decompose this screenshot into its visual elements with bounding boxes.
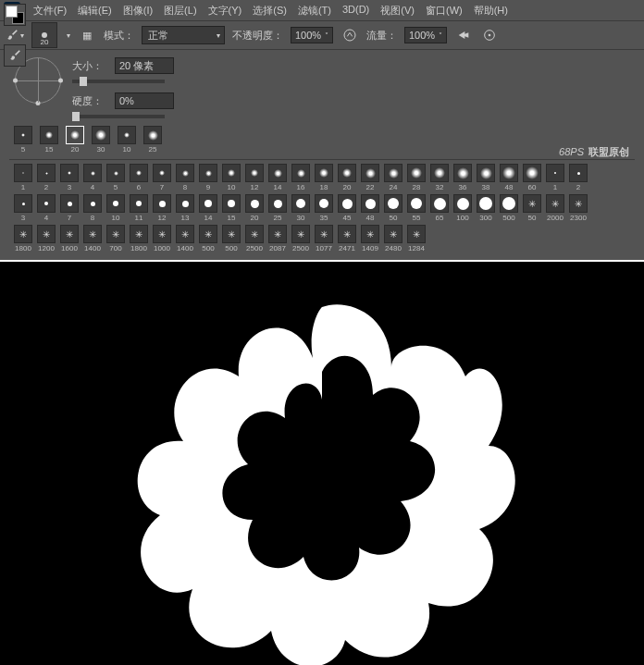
brush-thumb[interactable]: 6 — [129, 164, 149, 191]
brush-thumb[interactable]: 45 — [337, 194, 357, 222]
brush-thumb[interactable]: 14 — [198, 194, 218, 222]
brush-thumb[interactable]: 20 — [244, 194, 265, 222]
brush-thumb[interactable]: 8 — [175, 164, 195, 191]
brush-thumb[interactable]: ✳1400 — [82, 225, 103, 252]
brush-thumb[interactable]: 5 — [105, 164, 126, 191]
brush-thumb[interactable]: ✳1284 — [406, 225, 427, 252]
hardness-input[interactable]: 0% — [115, 92, 174, 109]
brush-thumb[interactable]: ✳700 — [105, 225, 126, 252]
brush-thumb[interactable]: 50 — [383, 194, 403, 222]
brush-thumb[interactable]: 38 — [476, 164, 496, 191]
brush-thumb[interactable]: 100 — [452, 194, 473, 222]
brush-thumb[interactable]: ✳2087 — [267, 225, 288, 252]
brush-thumb[interactable]: 60 — [522, 164, 542, 191]
canvas[interactable] — [0, 262, 644, 665]
brush-thumb[interactable]: ✳1200 — [36, 225, 56, 252]
brush-thumb[interactable]: 9 — [198, 164, 218, 191]
size-input[interactable]: 20 像素 — [115, 57, 174, 74]
brush-thumb[interactable]: 10 — [105, 194, 126, 222]
mode-select[interactable]: 正常 — [142, 26, 225, 44]
brush-thumb[interactable]: ✳1000 — [152, 225, 172, 252]
brush-thumb[interactable]: ✳2500 — [291, 225, 311, 252]
brush-thumb[interactable]: 25 — [267, 194, 288, 222]
brush-thumb[interactable]: 48 — [499, 164, 519, 191]
brush-thumb[interactable]: ✳2300 — [568, 194, 588, 222]
menu-item[interactable]: 滤镜(T) — [292, 2, 337, 19]
brush-thumb[interactable]: 30 — [91, 126, 111, 154]
brush-thumb[interactable]: 8 — [82, 194, 103, 222]
brush-thumb[interactable]: 12 — [244, 164, 265, 191]
brush-thumb[interactable]: 48 — [360, 194, 380, 222]
brush-thumb[interactable]: 10 — [117, 126, 137, 154]
brush-thumb[interactable]: 22 — [360, 164, 380, 191]
brush-thumb[interactable]: 18 — [314, 164, 334, 191]
brush-thumb[interactable]: ✳2480 — [383, 225, 403, 252]
brush-thumb[interactable]: 24 — [383, 164, 403, 191]
brush-thumb[interactable]: ✳1400 — [175, 225, 195, 252]
brush-thumb[interactable]: 10 — [221, 164, 242, 191]
brush-thumb[interactable]: 36 — [452, 164, 473, 191]
brush-thumb[interactable]: 1 — [545, 164, 565, 191]
brush-thumb[interactable]: 2 — [568, 164, 588, 191]
brush-thumb[interactable]: 20 — [337, 164, 357, 191]
menu-item[interactable]: 帮助(H) — [468, 2, 514, 19]
brush-thumb[interactable]: ✳50 — [522, 194, 542, 222]
brush-thumb[interactable]: 3 — [59, 164, 80, 191]
opacity-input[interactable]: 100% — [291, 27, 333, 43]
brush-thumb[interactable]: 15 — [221, 194, 242, 222]
brush-thumb[interactable]: ✳1077 — [314, 225, 334, 252]
menu-item[interactable]: 窗口(W) — [420, 2, 468, 19]
brush-thumb[interactable]: 11 — [129, 194, 149, 222]
tool-foreground-background[interactable] — [4, 4, 26, 26]
brush-thumb[interactable]: 20 — [65, 126, 85, 154]
brush-thumb[interactable]: 55 — [406, 194, 427, 222]
brush-thumb[interactable]: ✳2500 — [244, 225, 265, 252]
brush-thumb[interactable]: ✳2000 — [545, 194, 565, 222]
brush-thumb[interactable]: ✳1600 — [59, 225, 80, 252]
menu-item[interactable]: 视图(V) — [375, 2, 420, 19]
brush-thumb[interactable]: 1 — [13, 164, 33, 191]
brush-thumb[interactable]: 3 — [13, 194, 33, 222]
brush-thumb[interactable]: 16 — [291, 164, 311, 191]
brush-thumb[interactable]: 30 — [291, 194, 311, 222]
menu-item[interactable]: 图层(L) — [158, 2, 202, 19]
brush-thumb[interactable]: 7 — [152, 164, 172, 191]
brush-thumb[interactable]: ✳1800 — [13, 225, 33, 252]
pressure-size-icon[interactable] — [480, 26, 499, 44]
brush-thumb[interactable]: ✳1800 — [129, 225, 149, 252]
pressure-opacity-icon[interactable] — [341, 26, 359, 44]
brush-thumb[interactable]: 14 — [267, 164, 288, 191]
brush-thumb[interactable]: ✳500 — [198, 225, 218, 252]
brush-thumb[interactable]: 7 — [59, 194, 80, 222]
brush-thumb[interactable]: 5 — [13, 126, 33, 154]
brush-thumb[interactable]: ✳500 — [221, 225, 242, 252]
brush-panel-toggle-icon[interactable]: ▦ — [78, 26, 96, 44]
tool-brush[interactable] — [4, 44, 26, 67]
brush-thumb[interactable]: 2 — [36, 164, 56, 191]
brush-thumb[interactable]: 12 — [152, 194, 172, 222]
hardness-slider[interactable] — [72, 115, 165, 118]
brush-thumb[interactable]: ✳2471 — [337, 225, 357, 252]
brush-preset-picker[interactable]: 20 — [31, 22, 57, 48]
brush-thumb[interactable]: ✳1409 — [360, 225, 380, 252]
menu-item[interactable]: 3D(D) — [337, 2, 375, 19]
brush-thumb[interactable]: 25 — [142, 126, 163, 154]
brush-thumb[interactable]: 13 — [175, 194, 195, 222]
brush-thumb[interactable]: 35 — [314, 194, 334, 222]
brush-thumb[interactable]: 32 — [429, 164, 450, 191]
menu-item[interactable]: 选择(S) — [247, 2, 292, 19]
brush-thumb[interactable]: 28 — [406, 164, 427, 191]
menu-item[interactable]: 文件(F) — [28, 2, 72, 19]
brush-thumb[interactable]: 15 — [39, 126, 59, 154]
brush-thumb[interactable]: 4 — [36, 194, 56, 222]
brush-thumb[interactable]: 500 — [499, 194, 519, 222]
menu-item[interactable]: 图像(I) — [118, 2, 158, 19]
menu-item[interactable]: 编辑(E) — [72, 2, 118, 19]
chevron-down-icon[interactable]: ▾ — [67, 31, 70, 40]
brush-thumb[interactable]: 65 — [429, 194, 450, 222]
size-slider[interactable] — [72, 80, 165, 83]
airbrush-icon[interactable] — [454, 26, 473, 44]
flow-input[interactable]: 100% — [404, 27, 447, 43]
brush-thumb[interactable]: 4 — [82, 164, 103, 191]
menu-item[interactable]: 文字(Y) — [203, 2, 248, 19]
